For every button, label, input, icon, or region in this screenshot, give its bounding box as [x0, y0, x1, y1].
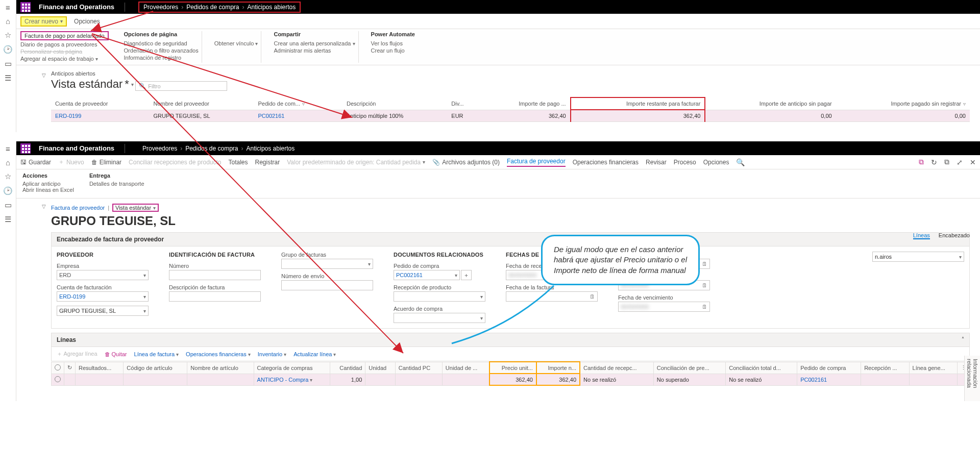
col-importe-restante[interactable]: Importe restante para facturar	[571, 97, 705, 110]
factura-pago-adelantado-item[interactable]: Factura de pago por adelantado	[20, 31, 109, 40]
breadcrumb-item[interactable]: Pedidos de compra	[186, 4, 239, 11]
obtener-vinculo-item[interactable]: Obtener vínculo ▾	[214, 40, 258, 46]
col-pedido[interactable]: Pedido de com...▿	[254, 97, 342, 110]
grid-row[interactable]: ERD-0199 GRUPO TEGUISE, SL PC002161 Anti…	[51, 110, 970, 122]
empresa-input[interactable]: ERD▾	[57, 270, 149, 280]
registrar-button[interactable]: Registrar	[255, 159, 280, 166]
pedido-compra-input[interactable]: PC002161▾	[394, 270, 460, 280]
col-importe-pago[interactable]: Importe de pago ...	[480, 97, 570, 110]
diario-pagos-item[interactable]: Diario de pagos a proveedores	[20, 41, 109, 47]
proceso-tab[interactable]: Proceso	[674, 159, 696, 166]
cell-pedido[interactable]: PC002161	[797, 374, 861, 385]
vista-selector[interactable]: Vista estándar ▾	[112, 204, 159, 212]
col-desc[interactable]: Descripción	[342, 97, 447, 110]
ver-flujos-item[interactable]: Ver los flujos	[371, 40, 415, 46]
crear-flujo-item[interactable]: Crear un flujo	[371, 47, 415, 54]
view-selector[interactable]: Vista estándar * ▾	[51, 78, 134, 91]
home-icon[interactable]: ⌂	[6, 17, 10, 26]
cell-importe-neto[interactable]: 362,40	[536, 374, 580, 385]
clock-icon[interactable]: 🕑	[3, 186, 13, 195]
opciones-tab[interactable]: Opciones	[74, 18, 100, 25]
section-lineas[interactable]: Líneas ˄	[51, 333, 970, 347]
menu-icon[interactable]: ≡	[6, 3, 10, 12]
fecha-recepcion-input[interactable]: 00/00/0000🗓	[506, 270, 598, 280]
breadcrumb-item[interactable]: Anticipos abiertos	[247, 145, 295, 152]
row-select[interactable]	[52, 374, 64, 385]
adjuntos-button[interactable]: 📎Archivos adjuntos (0)	[432, 159, 500, 166]
fecha-iva-input[interactable]: 00/00/0000🗓	[618, 280, 710, 290]
detalles-transporte-item[interactable]: Detalles de transporte	[89, 181, 144, 187]
quitar-button[interactable]: 🗑 Quitar	[105, 351, 127, 357]
conciliar-button[interactable]: Conciliar recepciones de producto	[129, 159, 221, 166]
fecha-registro-input[interactable]: 00/00/0000🗓	[618, 259, 710, 269]
col-unidad[interactable]: Unidad	[365, 362, 395, 374]
info-registro-item[interactable]: Información de registro	[124, 55, 199, 61]
search-icon[interactable]: 🔍	[736, 158, 745, 166]
cuenta-fact-input[interactable]: ERD-0199▾	[57, 291, 149, 302]
star-icon[interactable]: ☆	[5, 31, 11, 40]
col-cantidad[interactable]: Cantidad	[330, 362, 365, 374]
breadcrumb-item[interactable]: Anticipos abiertos	[248, 4, 296, 11]
col-select[interactable]	[52, 362, 64, 374]
opciones-tab[interactable]: Opciones	[703, 159, 729, 166]
col-nom-articulo[interactable]: Nombre de artículo	[187, 362, 254, 374]
breadcrumb-item[interactable]: Proveedores	[142, 145, 177, 152]
col-importe-neto[interactable]: Importe n...	[536, 362, 580, 374]
linea-factura-menu[interactable]: Línea de factura ▾	[134, 351, 179, 357]
col-refresh[interactable]: ↻	[64, 362, 76, 374]
col-conc-total[interactable]: Conciliación total d...	[726, 362, 797, 374]
desc-factura-input[interactable]	[169, 291, 261, 302]
list-icon[interactable]: ☰	[5, 73, 11, 83]
valor-pred-button[interactable]: Valor predeterminado de origen: Cantidad…	[287, 159, 425, 166]
breadcrumb-item[interactable]: Proveedores	[143, 4, 178, 11]
filter-input[interactable]: 🔍 Filtro	[135, 81, 227, 91]
col-pedido-compra[interactable]: Pedido de compra	[797, 362, 861, 374]
cell-cantidad[interactable]: 1,00	[330, 374, 365, 385]
star-icon[interactable]: ☆	[5, 172, 11, 181]
waffle-icon[interactable]	[20, 2, 31, 12]
col-precio-unit[interactable]: Precio unit...	[489, 362, 536, 374]
crear-alerta-item[interactable]: Crear una alerta personalizada ▾	[274, 40, 355, 46]
col-nombre[interactable]: Nombre del proveedor	[150, 97, 254, 110]
numero-input[interactable]	[169, 270, 261, 280]
clock-icon[interactable]: 🕑	[3, 45, 13, 54]
section-encabezado[interactable]: Encabezado de factura de proveedor	[51, 232, 970, 246]
cell-precio-unit[interactable]: 362,40	[489, 374, 536, 385]
inventario-menu[interactable]: Inventario ▾	[258, 351, 286, 357]
personalizar-item[interactable]: Personalizar esta página	[20, 48, 109, 55]
cell-categoria[interactable]: ANTICIPO - Compra ▾	[254, 374, 330, 385]
workspace-icon[interactable]: ▭	[5, 59, 12, 68]
col-cant-recep[interactable]: Cantidad de recepc...	[580, 362, 653, 374]
filter-funnel-icon[interactable]: ▽	[42, 72, 46, 78]
add-pedido-button[interactable]: ＋	[461, 270, 472, 280]
totales-button[interactable]: Totales	[229, 159, 248, 166]
diag-seguridad-item[interactable]: Diagnóstico de seguridad	[124, 40, 199, 46]
cell-pedido[interactable]: PC002161	[254, 110, 342, 122]
abrir-excel-item[interactable]: Abrir líneas en Excel	[22, 187, 74, 193]
factura-proveedor-link[interactable]: Factura de proveedor	[51, 205, 105, 211]
close-icon[interactable]: ✕	[970, 158, 976, 166]
col-categoria[interactable]: Categoría de compras	[254, 362, 330, 374]
revisar-tab[interactable]: Revisar	[646, 159, 667, 166]
col-cod-articulo[interactable]: Código de artículo	[124, 362, 187, 374]
encabezado-tab[interactable]: Encabezado	[939, 232, 970, 238]
guardar-button[interactable]: 🖫Guardar	[20, 159, 51, 166]
home-icon[interactable]: ⌂	[6, 158, 10, 167]
op-fin-menu[interactable]: Operaciones financieras ▾	[186, 351, 251, 357]
popout-icon[interactable]: ⧉	[944, 158, 949, 166]
pin-icon[interactable]: ⧉	[919, 158, 924, 166]
agregar-linea-button[interactable]: ＋ Agregar línea	[57, 350, 97, 358]
chevron-up-icon[interactable]: ˄	[962, 336, 964, 342]
ordenacion-item[interactable]: Ordenación o filtro avanzados	[124, 47, 199, 54]
fecha-factura-input[interactable]: 🗓	[506, 291, 598, 302]
col-unidad-de[interactable]: Unidad de ...	[442, 362, 489, 374]
related-info-panel[interactable]: Información relacionada	[964, 356, 980, 401]
actualizar-linea-menu[interactable]: Actualizar línea ▾	[293, 351, 336, 357]
col-div[interactable]: Div...	[447, 97, 480, 110]
col-resultados[interactable]: Resultados...	[76, 362, 124, 374]
acuerdo-compra-input[interactable]: ▾	[394, 313, 485, 323]
numero-envio-input[interactable]	[281, 280, 373, 290]
breadcrumb-item[interactable]: Pedidos de compra	[185, 145, 238, 152]
menu-icon[interactable]: ≡	[6, 144, 10, 153]
col-importe-anticipo[interactable]: Importe de anticipo sin pagar	[705, 97, 836, 110]
